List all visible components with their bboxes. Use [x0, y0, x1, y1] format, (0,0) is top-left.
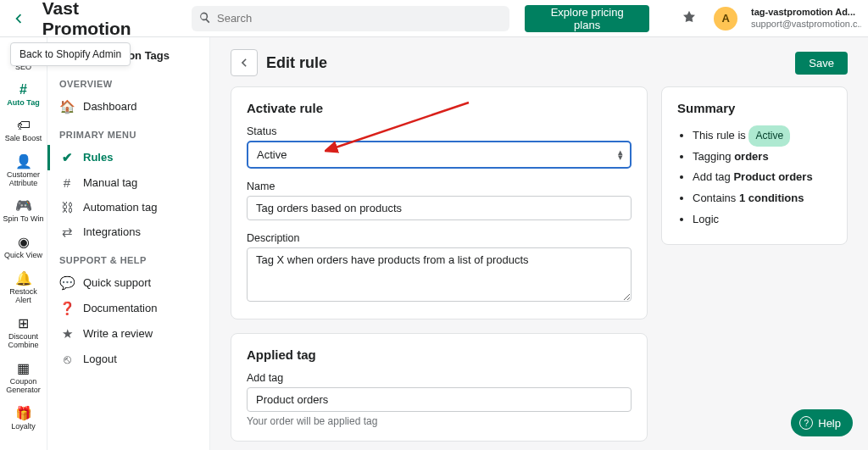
back-to-shopify-button[interactable] [7, 7, 31, 31]
nav-label: Documentation [83, 302, 157, 314]
name-input[interactable] [247, 196, 632, 220]
activate-rule-card: Activate rule Status Active ▴▾ Name [231, 86, 648, 319]
rail-icon: 🎁 [15, 405, 32, 421]
status-label: Status [247, 125, 632, 137]
nav-dashboard[interactable]: 🏠 Dashboard [47, 94, 209, 119]
add-tag-input[interactable] [247, 387, 632, 412]
description-input[interactable] [247, 247, 632, 302]
rail-label: Spin To Win [3, 215, 44, 224]
section-overview: OVERVIEW [47, 69, 209, 94]
card-title: Summary [677, 101, 832, 115]
save-button[interactable]: Save [795, 52, 848, 75]
rail-label: Restock Alert [2, 288, 46, 305]
rail-item-spin-to-win[interactable]: 🎮Spin To Win [0, 192, 47, 229]
arrow-left-icon [237, 56, 251, 69]
status-select[interactable]: Active [247, 141, 632, 169]
summary-addtag: Add tag Product orders [693, 167, 832, 188]
rail-item-loyalty[interactable]: 🎁Loyalty [0, 400, 47, 436]
favorite-icon[interactable] [682, 9, 697, 28]
help-icon: ❓ [59, 301, 75, 316]
nav-automation-tag[interactable]: ⛓ Automation tag [47, 195, 209, 219]
summary-logic: Logic [693, 209, 832, 231]
explore-pricing-button[interactable]: Explore pricing plans [525, 5, 649, 32]
section-support: SUPPORT & HELP [47, 245, 209, 270]
rail-label: Loyalty [11, 423, 36, 431]
account-email: support@vastpromotion.c... [751, 19, 861, 30]
rail-item-customer-attribute[interactable]: 👤Customer Attribute [0, 148, 47, 193]
rail-icon: 🏷 [17, 118, 31, 133]
help-label: Help [818, 417, 841, 430]
rail-item-auto-tag[interactable]: #Auto Tag [0, 77, 47, 113]
nav-quick-support[interactable]: 💬 Quick support [47, 270, 209, 296]
chevron-updown-icon: ▴▾ [618, 149, 623, 160]
rail-item-coupon-generator[interactable]: ▦Coupon Generator [0, 355, 47, 400]
rail-icon: ▦ [17, 360, 30, 376]
home-icon: 🏠 [59, 99, 75, 114]
avatar[interactable]: A [714, 7, 737, 31]
rail-label: Auto Tag [7, 99, 39, 108]
app-rail: 🔍SEO#Auto Tag🏷Sale Boost👤Customer Attrib… [0, 37, 47, 450]
description-label: Description [247, 232, 632, 244]
rail-label: Coupon Generator [2, 378, 46, 395]
arrow-left-icon [11, 11, 26, 26]
rail-item-discount-combine[interactable]: ⊞Discount Combine [0, 310, 47, 355]
summary-card: Summary This rule is Active Tagging orde… [661, 86, 848, 245]
side-nav: VP: Automation Tags OVERVIEW 🏠 Dashboard… [47, 37, 210, 450]
app-brand: Vast Promotion [37, 0, 181, 39]
rail-item-sale-boost[interactable]: 🏷Sale Boost [0, 113, 47, 148]
rail-icon: ◉ [18, 234, 30, 250]
integrations-icon: ⇄ [59, 225, 75, 240]
nav-label: Rules [83, 151, 113, 164]
nav-label: Manual tag [83, 176, 137, 189]
rail-label: Customer Attribute [2, 171, 46, 188]
page-title: Edit rule [266, 54, 327, 72]
rail-icon: # [19, 82, 27, 97]
summary-status: This rule is Active [693, 125, 832, 147]
help-fab[interactable]: ? Help [791, 409, 853, 436]
logout-icon: ⎋ [59, 352, 75, 366]
card-title: Activate rule [247, 101, 632, 115]
add-tag-help: Your order will be applied tag [247, 415, 632, 427]
rail-label: Sale Boost [5, 135, 42, 143]
nav-logout[interactable]: ⎋ Logout [47, 347, 209, 371]
nav-review[interactable]: ★ Write a review [47, 321, 209, 347]
add-tag-label: Add tag [247, 372, 632, 384]
nav-label: Automation tag [83, 201, 157, 214]
search-input[interactable] [192, 6, 509, 31]
help-circle-icon: ? [799, 416, 813, 430]
chat-icon: 💬 [59, 275, 75, 291]
nav-label: Logout [83, 353, 117, 365]
applied-tag-card: Applied tag Add tag Your order will be a… [231, 333, 648, 442]
clipboard-icon: ✔ [59, 150, 75, 165]
nav-documentation[interactable]: ❓ Documentation [47, 296, 209, 321]
rail-label: Quick View [4, 252, 42, 260]
page-back-button[interactable] [231, 49, 258, 76]
rail-icon: 🔔 [15, 270, 32, 286]
automation-icon: ⛓ [59, 200, 75, 214]
hash-icon: # [59, 175, 75, 190]
rail-item-restock-alert[interactable]: 🔔Restock Alert [0, 265, 47, 310]
nav-integrations[interactable]: ⇄ Integrations [47, 219, 209, 245]
nav-manual-tag[interactable]: # Manual tag [47, 170, 209, 195]
account-name: tag-vastpromotion Ad... [751, 7, 861, 18]
nav-rules[interactable]: ✔ Rules [47, 145, 209, 170]
account-info[interactable]: tag-vastpromotion Ad... support@vastprom… [751, 7, 861, 29]
back-tooltip: Back to Shopify Admin [10, 42, 131, 66]
rail-icon: ⊞ [18, 315, 29, 331]
rail-icon: 👤 [15, 153, 32, 169]
nav-label: Write a review [83, 327, 153, 340]
rail-label: Discount Combine [2, 333, 46, 350]
search-icon [198, 11, 212, 28]
name-label: Name [247, 181, 632, 192]
section-primary: PRIMARY MENU [47, 119, 209, 145]
rail-icon: 🎮 [15, 197, 32, 214]
status-badge: Active [748, 125, 790, 147]
summary-tagging: Tagging orders [693, 147, 832, 168]
card-title: Applied tag [247, 347, 632, 362]
star-icon: ★ [59, 326, 75, 342]
nav-label: Integrations [83, 225, 141, 238]
nav-label: Dashboard [83, 100, 137, 113]
summary-conditions: Contains 1 conditions [693, 188, 832, 209]
status-value: Active [257, 148, 287, 161]
rail-item-quick-view[interactable]: ◉Quick View [0, 229, 47, 265]
